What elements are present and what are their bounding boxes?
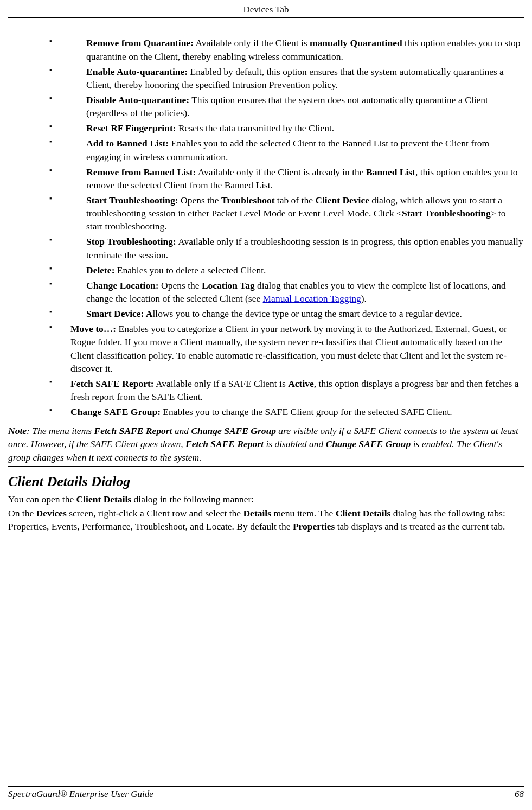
bold-text: Fetch SAFE Report xyxy=(185,438,264,449)
section-heading: Client Details Dialog xyxy=(8,472,524,492)
item-label: Remove from Quarantine: xyxy=(86,37,194,48)
note-text: : The menu items Fetch SAFE Report and C… xyxy=(8,425,518,462)
section-paragraph-1: You can open the Client Details dialog i… xyxy=(8,493,524,506)
section-paragraph-2: On the Devices screen, right-click a Cli… xyxy=(8,507,524,533)
item-label: Change Location: xyxy=(86,280,159,291)
bold-text: Location Tag xyxy=(202,280,255,291)
item-label: Reset RF Fingerprint: xyxy=(86,123,176,133)
header-title: Devices Tab xyxy=(243,4,289,15)
list-item: Stop Troubleshooting: Available only if … xyxy=(8,235,524,261)
list-item: Change SAFE Group: Enables you to change… xyxy=(8,405,524,418)
item-label: Remove from Banned List: xyxy=(86,167,196,177)
item-label: Disable Auto-quarantine: xyxy=(86,94,189,105)
footer-short-rule xyxy=(508,785,524,785)
item-label: Stop Troubleshooting: xyxy=(86,236,176,247)
footer-title: SpectraGuard® Enterprise User Guide xyxy=(8,788,153,800)
item-label: Start Troubleshooting: xyxy=(86,195,178,206)
page-header: Devices Tab xyxy=(8,0,524,18)
bold-text: Start Troubleshooting xyxy=(402,208,491,219)
list-item: Disable Auto-quarantine: This option ens… xyxy=(8,93,524,119)
bold-text: Client Details xyxy=(76,494,132,505)
note-label: Note xyxy=(8,425,27,436)
footer-line: SpectraGuard® Enterprise User Guide 68 xyxy=(8,786,524,800)
item-label: Delete: xyxy=(86,265,114,276)
bold-text: Devices xyxy=(36,508,67,519)
item-label: Fetch SAFE Report: xyxy=(70,378,154,389)
bold-text: Details xyxy=(243,508,271,519)
bold-text: Troubleshoot xyxy=(221,195,275,206)
footer-page-number: 68 xyxy=(515,788,524,800)
item-label: Add to Banned List: xyxy=(86,138,169,149)
content: Remove from Quarantine: Available only i… xyxy=(8,36,524,533)
list-item: Smart Device: Allows you to change the d… xyxy=(8,307,524,320)
bullet-list: Remove from Quarantine: Available only i… xyxy=(8,36,524,418)
list-item: Move to…: Enables you to categorize a Cl… xyxy=(8,322,524,375)
note-block: Note: The menu items Fetch SAFE Report a… xyxy=(8,422,524,466)
bold-text: Properties xyxy=(293,521,335,532)
list-item: Fetch SAFE Report: Available only if a S… xyxy=(8,377,524,403)
list-item: Add to Banned List: Enables you to add t… xyxy=(8,137,524,163)
bold-text: Fetch SAFE Report xyxy=(94,425,172,436)
list-item: Start Troubleshooting: Opens the Trouble… xyxy=(8,194,524,233)
link[interactable]: Manual Location Tagging xyxy=(263,293,361,304)
bold-text: Active xyxy=(288,378,314,389)
item-label: Change SAFE Group: xyxy=(70,406,161,417)
bold-text: Client Details xyxy=(336,508,391,519)
list-item: Remove from Quarantine: Available only i… xyxy=(8,36,524,62)
bold-text: Change SAFE Group xyxy=(326,438,411,449)
bold-text: manually Quarantined xyxy=(310,37,402,48)
footer: SpectraGuard® Enterprise User Guide 68 xyxy=(8,786,524,800)
bold-text: Change SAFE Group xyxy=(191,425,276,436)
bold-text: Client Device xyxy=(315,195,369,206)
item-label: Move to…: xyxy=(70,323,116,334)
list-item: Delete: Enables you to delete a selected… xyxy=(8,264,524,277)
list-item: Remove from Banned List: Available only … xyxy=(8,165,524,192)
bold-text: Banned List xyxy=(366,167,415,177)
item-label: Smart Device: A xyxy=(86,308,152,319)
page: Devices Tab Remove from Quarantine: Avai… xyxy=(0,0,532,810)
list-item: Enable Auto-quarantine: Enabled by defau… xyxy=(8,65,524,91)
item-label: Enable Auto-quarantine: xyxy=(86,66,188,77)
list-item: Change Location: Opens the Location Tag … xyxy=(8,279,524,305)
list-item: Reset RF Fingerprint: Resets the data tr… xyxy=(8,122,524,135)
